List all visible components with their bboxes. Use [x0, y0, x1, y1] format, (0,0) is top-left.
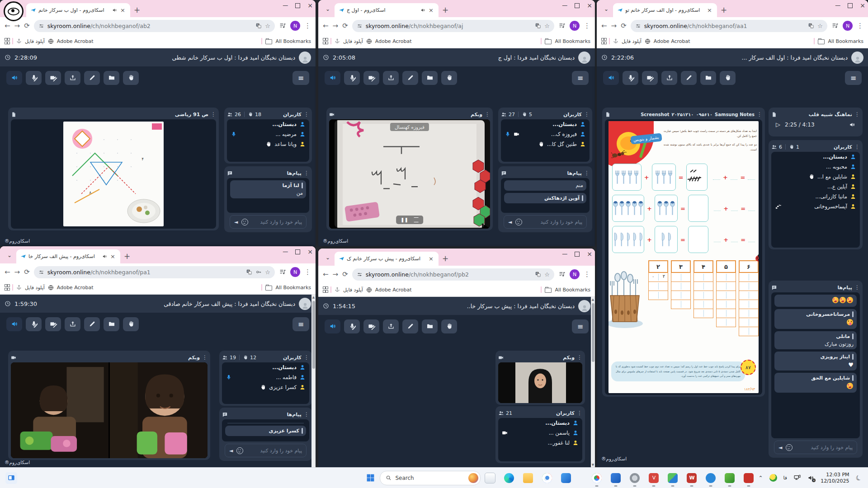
w3-url-bar[interactable]: skyroom.online/ch/nokhbeganof/aa1 ☆	[631, 20, 827, 32]
pause-icon[interactable]: ❚❚	[401, 217, 408, 222]
panel-menu-icon[interactable]: ⋮	[577, 410, 582, 416]
apps-grid-icon[interactable]	[323, 38, 327, 44]
back-icon[interactable]: ←	[323, 22, 329, 30]
site-settings-icon[interactable]	[635, 23, 641, 29]
chat-input[interactable]: پیام خود را وارد کنید ◄	[774, 441, 857, 454]
browser-menu-icon[interactable]: ⋮	[304, 268, 311, 276]
user-row[interactable]: دبستان...	[222, 362, 309, 372]
forward-icon[interactable]: →	[611, 22, 617, 30]
user-row[interactable]: یاسمن ...	[498, 428, 582, 438]
reading-list-icon[interactable]	[558, 22, 566, 29]
scroll-thumb[interactable]	[312, 301, 315, 369]
taskbar-blue-app-icon[interactable]	[705, 472, 717, 484]
taskbar-sharex-icon[interactable]	[667, 472, 679, 484]
reload-icon[interactable]: ⟳	[24, 22, 30, 30]
taskbar-green-app-icon[interactable]	[724, 472, 736, 484]
panel-menu-icon[interactable]: ⋮	[577, 354, 582, 361]
bookmark-upload-file[interactable]: آپلود فایل	[343, 38, 363, 44]
user-row[interactable]: ویانا ساعد	[227, 139, 309, 149]
volume-muted-icon[interactable]: ×	[807, 474, 814, 481]
w4-tab[interactable]: اسکای‌روم - پیش الف سرکار خا ×	[16, 249, 120, 263]
w2-url-bar[interactable]: skyroom.online/ch/nokhbeganof/aj ☆	[352, 20, 554, 32]
forward-icon[interactable]: →	[14, 268, 20, 276]
emoji-picker-icon[interactable]	[515, 219, 522, 225]
translate-icon[interactable]	[246, 269, 252, 275]
whiteboard-pen-button[interactable]	[681, 71, 697, 85]
hidden-icons-chevron[interactable]: ⌃	[758, 475, 763, 481]
emoji-picker-icon[interactable]	[786, 444, 793, 451]
fullscreen-icon[interactable]	[414, 217, 419, 222]
microphone-muted-button[interactable]	[26, 317, 42, 331]
webcam-muted-button[interactable]	[45, 71, 61, 85]
emoji-picker-icon[interactable]	[236, 447, 243, 454]
panel-menu-icon[interactable]: ⋮	[854, 111, 860, 117]
app-menu-button[interactable]: ≡	[292, 317, 309, 331]
apps-grid-icon[interactable]	[5, 38, 9, 44]
user-row[interactable]: طنین گل کا...	[501, 139, 590, 149]
whiteboard-pen-button[interactable]	[402, 319, 418, 333]
bookmark-star-icon[interactable]: ☆	[544, 271, 550, 278]
bookmark-upload-file[interactable]: آپلود فایل	[25, 38, 45, 44]
bookmark-acrobat[interactable]: Adobe Acrobat	[654, 38, 690, 44]
taskbar-edge-icon[interactable]	[503, 472, 515, 484]
reading-list-icon[interactable]	[831, 22, 839, 29]
translate-icon[interactable]	[535, 271, 541, 277]
back-icon[interactable]: ←	[5, 22, 10, 30]
all-bookmarks[interactable]: All Bookmarks	[275, 285, 311, 291]
raise-hand-button[interactable]	[441, 71, 457, 85]
profile-avatar[interactable]: N	[570, 21, 580, 31]
bookmark-upload-file[interactable]: آپلود فایل	[25, 285, 45, 291]
bookmark-star-icon[interactable]: ☆	[265, 269, 270, 276]
app-menu-button[interactable]: ≡	[572, 71, 589, 85]
board-canvas[interactable]: ۴۸	[11, 119, 216, 229]
whiteboard-pen-button[interactable]	[84, 317, 100, 331]
screen-share-button[interactable]	[383, 71, 399, 85]
profile-avatar[interactable]: N	[290, 267, 300, 277]
night-mode-moon-icon[interactable]: ☾	[854, 473, 863, 483]
speaker-button[interactable]	[6, 71, 22, 85]
user-row[interactable]: فیروزه ک...	[501, 129, 590, 139]
taskbar-chrome-running-icon[interactable]	[591, 472, 603, 484]
tab-audio-icon[interactable]	[420, 8, 425, 13]
taskbar-settings-icon[interactable]	[629, 472, 641, 484]
speaker-button[interactable]	[325, 319, 340, 333]
user-row[interactable]: دبستان...	[498, 418, 582, 428]
translate-icon[interactable]	[255, 23, 262, 29]
screen-share-button[interactable]	[383, 319, 399, 333]
tab-close-icon[interactable]: ×	[706, 7, 713, 14]
video-controls[interactable]: ❚❚	[396, 216, 423, 224]
all-bookmarks[interactable]: All Bookmarks	[275, 38, 311, 44]
panel-menu-icon[interactable]: ⋮	[854, 144, 860, 150]
close-button[interactable]: ×	[587, 250, 592, 258]
webcam-muted-button[interactable]	[642, 71, 658, 85]
browser-menu-icon[interactable]: ⋮	[857, 22, 863, 30]
network-icon[interactable]	[793, 474, 801, 482]
maximize-button[interactable]	[575, 252, 580, 257]
tab-search-chevron-icon[interactable]: ⌄	[4, 249, 15, 261]
taskbar-chrome-icon[interactable]	[541, 472, 553, 484]
page-scrollbar[interactable]: ▲	[311, 295, 316, 468]
webcam-video[interactable]	[498, 362, 582, 403]
files-button[interactable]	[422, 319, 438, 333]
tab-close-icon[interactable]: ×	[119, 7, 126, 14]
profile-avatar[interactable]: N	[290, 21, 300, 31]
forward-icon[interactable]: →	[333, 270, 339, 278]
back-icon[interactable]: ←	[323, 270, 329, 278]
chat-input[interactable]: پیام خود را وارد کنید ◄	[504, 215, 587, 229]
browser-menu-icon[interactable]: ⋮	[584, 22, 590, 30]
tab-close-icon[interactable]: ×	[428, 255, 434, 262]
maximize-button[interactable]	[295, 249, 300, 254]
w4-url-bar[interactable]: skyroom.online/ch/nokhbeganof/pa1 ☆	[34, 266, 275, 278]
panel-menu-icon[interactable]: ⋮	[202, 354, 208, 361]
browser-menu-icon[interactable]: ⋮	[584, 270, 590, 278]
taskbar-clock[interactable]: 12:03 PM 12/10/2025	[821, 472, 849, 484]
files-button[interactable]	[104, 71, 119, 85]
microphone-muted-button[interactable]	[26, 71, 42, 85]
screen-share-button[interactable]	[65, 317, 80, 331]
maximize-button[interactable]	[575, 3, 580, 8]
forward-icon[interactable]: →	[14, 22, 20, 30]
panel-menu-icon[interactable]: ⋮	[854, 284, 860, 291]
new-tab-button[interactable]: +	[442, 5, 448, 14]
chat-input[interactable]: پیام خود را وارد کنید ◄	[225, 444, 307, 457]
chat-input[interactable]: پیام خود را وارد کنید ◄	[230, 215, 307, 229]
